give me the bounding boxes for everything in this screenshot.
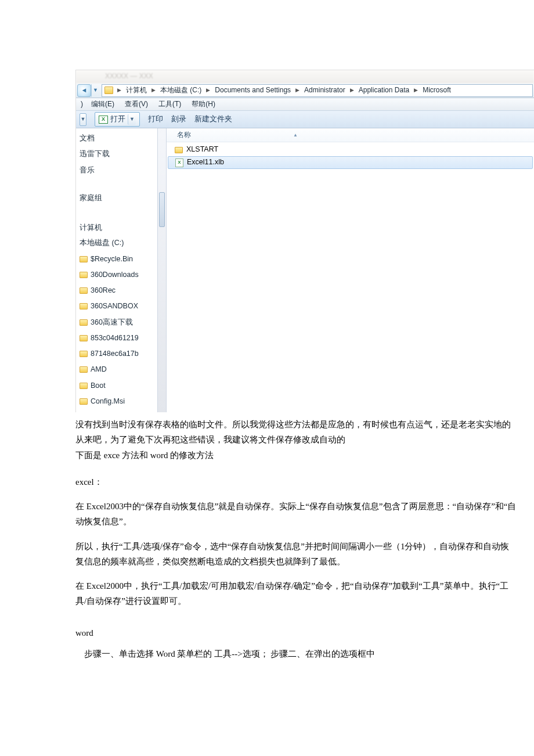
nav-history-dropdown[interactable]: ▼ <box>91 84 99 97</box>
list-item-folder[interactable]: XLSTART <box>167 143 534 156</box>
chevron-icon: ▶ <box>150 86 157 95</box>
open-button[interactable]: X 打开 ▼ <box>95 112 140 127</box>
sidebar-folder[interactable]: Config.Msi <box>76 394 157 409</box>
paragraph-text: 所以，执行“工具/选项/保存”命令，选中“保存自动恢复信息”并把时间间隔调小一些… <box>75 539 517 570</box>
sidebar-folder[interactable]: Boot <box>76 378 157 394</box>
new-folder-button[interactable]: 新建文件夹 <box>194 113 232 125</box>
folder-icon <box>80 398 88 405</box>
paragraph-text: 在 Excel2000中，执行“工具/加载宏/可用加载宏/自动保存/确定”命令，… <box>75 578 517 609</box>
sidebar-folder[interactable]: 853c04d61219 <box>76 330 157 346</box>
heading-excel: excel： <box>75 474 517 489</box>
breadcrumb-segment[interactable]: Application Data <box>356 84 412 96</box>
navigation-pane: 文档 迅雷下载 音乐 家庭组 计算机 本地磁盘 (C:) $Recycle.Bi… <box>76 128 157 412</box>
folder-icon <box>104 87 113 94</box>
chevron-icon: ▶ <box>116 86 123 95</box>
article-body: 没有找到当时没有保存表格的临时文件。所以我觉得这些方法都是应急的，有时候也有点运… <box>75 417 517 661</box>
address-bar: ◄ ▼ ▶ 计算机 ▶ 本地磁盘 (C:) ▶ Documents and Se… <box>76 83 534 98</box>
file-list-pane: 名称 ▲ XLSTART XExcel11.xlb <box>167 128 534 412</box>
menu-help[interactable]: 帮助(H) <box>189 98 218 110</box>
folder-icon <box>80 335 88 341</box>
sidebar-folder[interactable]: $Recycle.Bin <box>76 251 157 267</box>
chevron-icon: ▶ <box>412 86 420 95</box>
titlebar-blurred: XXXXX — XXX <box>76 70 534 83</box>
paragraph-text: 下面是 exce 方法和 word 的修改方法 <box>75 448 517 463</box>
menu-tools[interactable]: 工具(T) <box>156 98 183 110</box>
sidebar-item-documents[interactable]: 文档 <box>76 131 157 146</box>
sidebar-folder[interactable]: 87148ec6a17b <box>76 346 157 362</box>
paragraph-text: 在 Excel2003中的“保存自动恢复信息”就是自动保存。实际上“保存自动恢复… <box>75 499 517 530</box>
sidebar-folder[interactable]: 360SANDBOX <box>76 298 157 314</box>
paragraph-text: 步骤一、单击选择 Word 菜单栏的 工具-->选项； 步骤二、在弹出的选项框中 <box>75 646 517 661</box>
chevron-icon: ▶ <box>348 86 356 95</box>
folder-icon <box>80 287 88 294</box>
breadcrumb-segment[interactable]: Microsoft <box>420 84 454 96</box>
menu-bar: ) 编辑(E) 查看(V) 工具(T) 帮助(H) <box>76 98 534 111</box>
explorer-window: XXXXX — XXX ◄ ▼ ▶ 计算机 ▶ 本地磁盘 (C:) ▶ Docu… <box>75 70 534 412</box>
chevron-icon: ▶ <box>294 86 301 95</box>
scrollbar-thumb[interactable] <box>159 192 165 227</box>
paragraph-text: 没有找到当时没有保存表格的临时文件。所以我觉得这些方法都是应急的，有时候也有点运… <box>75 417 517 448</box>
breadcrumb-segment[interactable]: 本地磁盘 (C:) <box>157 84 204 96</box>
nav-back-button[interactable]: ◄ <box>77 84 91 97</box>
breadcrumb-segment[interactable]: Documents and Settings <box>212 84 294 96</box>
open-label: 打开 <box>110 113 125 125</box>
organize-dropdown[interactable]: ▼ <box>80 113 86 126</box>
sidebar-item-thunder[interactable]: 迅雷下载 <box>76 146 157 162</box>
burn-button[interactable]: 刻录 <box>171 113 186 125</box>
list-item-file-selected[interactable]: XExcel11.xlb <box>168 156 533 169</box>
breadcrumb-path[interactable]: ▶ 计算机 ▶ 本地磁盘 (C:) ▶ Documents and Settin… <box>102 84 533 97</box>
print-button[interactable]: 打印 <box>148 113 163 125</box>
sidebar-drive-c[interactable]: 本地磁盘 (C:) <box>76 235 157 251</box>
sidebar-item-music[interactable]: 音乐 <box>76 163 157 178</box>
column-header-name[interactable]: 名称 <box>177 129 293 141</box>
folder-icon <box>80 366 88 373</box>
sidebar-scrollbar[interactable] <box>157 128 167 412</box>
menu-edit[interactable]: 编辑(E) <box>89 98 117 110</box>
menu-view[interactable]: 查看(V) <box>122 98 150 110</box>
folder-icon <box>80 256 88 262</box>
breadcrumb-segment[interactable]: 计算机 <box>123 84 150 96</box>
folder-icon <box>80 319 88 326</box>
command-bar: ▼ X 打开 ▼ 打印 刻录 新建文件夹 <box>76 111 534 128</box>
sidebar-computer[interactable]: 计算机 <box>76 218 157 235</box>
sidebar-folder[interactable]: 360高速下载 <box>76 315 157 330</box>
folder-icon <box>80 272 88 278</box>
sidebar-folder[interactable]: 360Rec <box>76 283 157 298</box>
sidebar-folder[interactable]: AMD <box>76 362 157 377</box>
menu-truncated-prefix: ) <box>81 98 83 110</box>
folder-icon <box>80 383 88 389</box>
excel-icon: X <box>99 116 108 124</box>
folder-icon <box>175 147 183 153</box>
xlb-file-icon: X <box>175 159 183 167</box>
folder-icon <box>80 303 88 309</box>
folder-icon <box>80 351 88 357</box>
sort-ascending-icon: ▲ <box>293 131 298 139</box>
sidebar-homegroup[interactable]: 家庭组 <box>76 189 157 206</box>
chevron-icon: ▶ <box>204 86 212 95</box>
sidebar-folder[interactable]: 360Downloads <box>76 267 157 283</box>
breadcrumb-segment[interactable]: Administrator <box>301 84 348 96</box>
heading-word: word <box>75 625 517 640</box>
column-header-row: 名称 ▲ <box>167 128 534 142</box>
open-split-dropdown[interactable]: ▼ <box>128 114 136 125</box>
